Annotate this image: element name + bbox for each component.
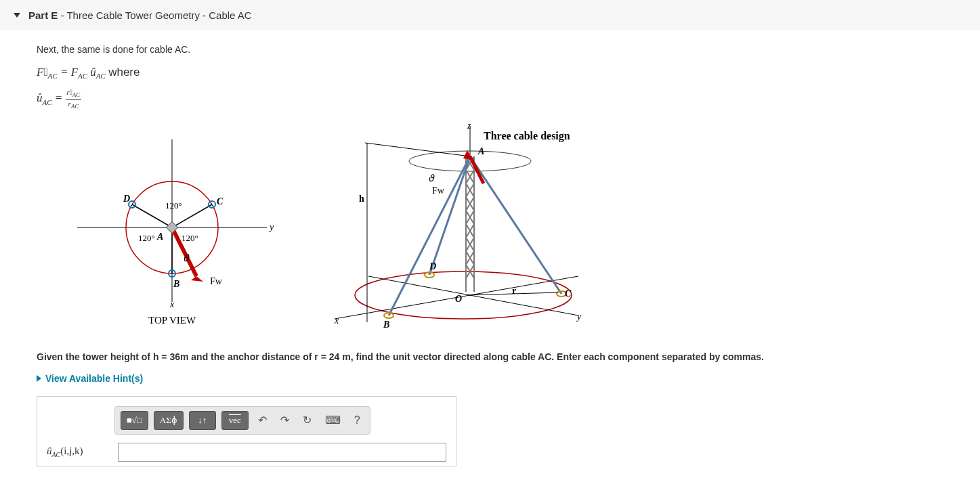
svg-text:h: h: [359, 194, 364, 204]
svg-text:ϑ: ϑ: [183, 253, 190, 263]
svg-text:C: C: [217, 196, 223, 206]
svg-text:Fw: Fw: [210, 276, 223, 286]
formula-unit: ûAC = r⃗AC rAC: [37, 88, 943, 110]
svg-text:120°: 120°: [165, 200, 182, 211]
svg-text:TOP VIEW: TOP VIEW: [148, 315, 196, 326]
svg-text:Three cable design: Three cable design: [484, 130, 570, 142]
help-icon[interactable]: ?: [350, 412, 364, 429]
answer-input[interactable]: [118, 443, 446, 462]
svg-marker-59: [463, 150, 473, 160]
svg-text:x: x: [169, 299, 175, 309]
svg-line-53: [470, 156, 561, 294]
svg-text:B: B: [383, 320, 389, 330]
svg-text:ϑ: ϑ: [428, 173, 435, 183]
svg-text:D: D: [429, 261, 436, 271]
svg-text:r: r: [512, 286, 516, 296]
collapse-icon[interactable]: [14, 13, 20, 18]
part-header: Part E - Three Cable Tower Geometry - Ca…: [0, 0, 980, 30]
svg-point-25: [355, 271, 572, 319]
svg-text:y: y: [268, 222, 274, 232]
answer-row: ûAC(i,j,k): [47, 443, 446, 462]
answer-label: ûAC(i,j,k): [47, 445, 111, 458]
formula-force: F⃗AC = FAC ûAC where: [37, 66, 943, 80]
greek-button[interactable]: ΑΣϕ: [154, 411, 184, 430]
given-statement: Given the tower height of h = 36m and th…: [37, 351, 943, 362]
templates-button[interactable]: ■√□: [121, 411, 148, 430]
svg-text:B: B: [173, 279, 179, 289]
svg-text:D: D: [123, 194, 130, 204]
undo-icon[interactable]: ↶: [254, 411, 271, 429]
svg-text:O: O: [455, 294, 462, 304]
vec-button[interactable]: vec: [221, 411, 249, 430]
answer-box: ■√□ ΑΣϕ ↓↑ vec ↶ ↷ ↻ ⌨ ? ûAC(i,j,k): [37, 396, 456, 466]
svg-text:Fw: Fw: [432, 185, 445, 196]
iso-svg: Three cable design: [307, 119, 633, 336]
top-view-svg: D C A B y x ϑ Fw 120° 120° 120° TOP VIEW: [37, 119, 280, 329]
svg-line-51: [365, 143, 470, 156]
intro-text: Next, the same is done for cable AC.: [37, 44, 943, 55]
svg-text:z: z: [467, 121, 471, 131]
part-label: Part E: [28, 9, 58, 21]
figures-row: D C A B y x ϑ Fw 120° 120° 120° TOP VIEW: [37, 119, 943, 338]
equation-toolbar: ■√□ ΑΣϕ ↓↑ vec ↶ ↷ ↻ ⌨ ?: [114, 406, 370, 435]
svg-text:A: A: [156, 232, 163, 242]
svg-text:120°: 120°: [182, 233, 198, 243]
svg-text:y: y: [576, 311, 582, 322]
svg-marker-10: [191, 276, 203, 282]
svg-text:x: x: [334, 315, 339, 326]
svg-text:120°: 120°: [138, 233, 155, 243]
keyboard-icon[interactable]: ⌨: [321, 411, 345, 429]
svg-line-54: [429, 156, 470, 275]
content: Next, the same is done for cable AC. F⃗A…: [0, 30, 980, 473]
svg-text:C: C: [565, 288, 572, 299]
part-title: Part E - Three Cable Tower Geometry - Ca…: [28, 9, 252, 21]
figure-isometric: Three cable design: [307, 119, 633, 338]
figure-top-view: D C A B y x ϑ Fw 120° 120° 120° TOP VIEW: [37, 119, 280, 338]
subsuper-button[interactable]: ↓↑: [189, 411, 216, 430]
view-hints-link[interactable]: View Available Hint(s): [37, 373, 943, 384]
svg-text:A: A: [477, 146, 484, 156]
reset-icon[interactable]: ↻: [299, 411, 316, 429]
redo-icon[interactable]: ↷: [276, 411, 293, 429]
chevron-right-icon: [37, 375, 41, 382]
